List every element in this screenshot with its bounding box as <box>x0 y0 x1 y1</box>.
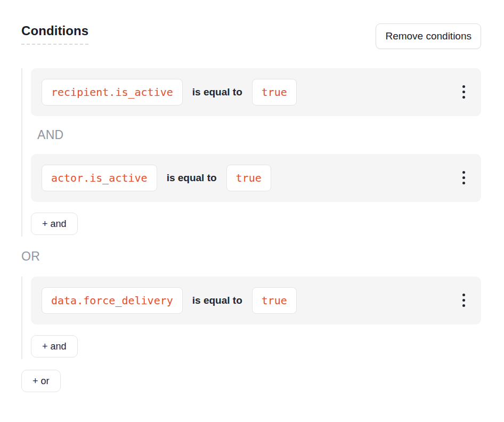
condition-field-chip[interactable]: actor.is_active <box>42 165 157 191</box>
kebab-dot <box>462 299 465 302</box>
kebab-dot <box>462 304 465 307</box>
kebab-dot <box>462 96 465 99</box>
conditions-header: Conditions Remove conditions <box>21 23 481 49</box>
condition-row: recipient.is_active is equal to true <box>31 68 481 116</box>
condition-row: actor.is_active is equal to true <box>31 154 481 202</box>
condition-value-chip[interactable]: true <box>252 287 297 314</box>
condition-operator[interactable]: is equal to <box>167 172 217 184</box>
kebab-dot <box>462 85 465 88</box>
add-and-button[interactable]: + and <box>31 213 78 235</box>
kebab-vertical-icon[interactable] <box>457 81 470 103</box>
condition-row: data.force_delivery is equal to true <box>31 277 481 324</box>
add-and-button[interactable]: + and <box>31 335 78 358</box>
remove-conditions-button[interactable]: Remove conditions <box>376 23 481 49</box>
page-title: Conditions <box>21 23 88 45</box>
condition-operator[interactable]: is equal to <box>192 295 242 306</box>
kebab-dot <box>462 91 465 93</box>
conditions-panel: Conditions Remove conditions recipient.i… <box>0 0 504 422</box>
kebab-dot <box>462 294 465 296</box>
condition-field-chip[interactable]: data.force_delivery <box>42 287 183 314</box>
add-or-button[interactable]: + or <box>21 370 61 392</box>
kebab-vertical-icon[interactable] <box>457 289 470 311</box>
and-joiner-label: AND <box>37 128 481 142</box>
condition-value-chip[interactable]: true <box>226 165 271 191</box>
condition-value-chip[interactable]: true <box>252 79 297 106</box>
condition-group-1: recipient.is_active is equal to true AND… <box>21 68 481 237</box>
condition-field-chip[interactable]: recipient.is_active <box>42 79 183 106</box>
kebab-vertical-icon[interactable] <box>457 167 470 189</box>
condition-operator[interactable]: is equal to <box>192 86 242 98</box>
kebab-dot <box>462 176 465 179</box>
kebab-dot <box>462 182 465 184</box>
condition-group-2: data.force_delivery is equal to true + a… <box>21 277 481 359</box>
kebab-dot <box>462 171 465 174</box>
or-joiner-label: OR <box>21 249 481 264</box>
